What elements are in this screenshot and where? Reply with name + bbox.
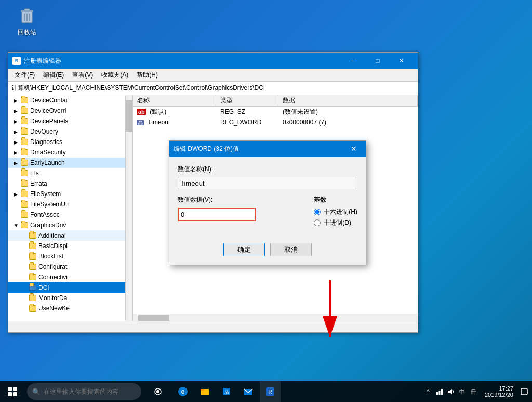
start-button[interactable]: [0, 381, 25, 402]
pinned-edge[interactable]: e: [172, 381, 193, 402]
tray-sound[interactable]: [446, 387, 456, 396]
menu-view[interactable]: 查看(V): [68, 70, 97, 81]
task-view-button[interactable]: [148, 381, 168, 402]
tree-item-deviceoverri[interactable]: ▶ DeviceOverri: [8, 106, 132, 116]
tray-network[interactable]: [435, 387, 444, 396]
tree-item-devquery[interactable]: ▶ DevQuery: [8, 126, 132, 137]
tree-item-filesystem[interactable]: ▶ FileSystem: [8, 189, 132, 199]
svg-rect-2: [24, 9, 30, 11]
search-icon: 🔍: [32, 388, 41, 396]
dialog-body: 数值名称(N): 数值数据(V): 基数 十六进制(H) 十进制(D): [169, 157, 366, 238]
tree-item-devicepanels[interactable]: ▶ DevicePanels: [8, 116, 132, 126]
registry-row-default[interactable]: ab (默认) REG_SZ (数值未设置): [133, 107, 418, 117]
tree-item-devicecontai[interactable]: ▶ DeviceContai: [8, 95, 132, 106]
registry-icon: R: [12, 57, 21, 65]
taskbar-clock[interactable]: 17:27 2019/12/20: [481, 385, 517, 398]
radio-hex[interactable]: [314, 209, 321, 215]
menu-file[interactable]: 文件(F): [10, 70, 39, 81]
tray-ime[interactable]: 中: [458, 387, 467, 396]
tree-item-configurat[interactable]: Configurat: [8, 262, 132, 272]
taskbar-search[interactable]: 🔍: [27, 383, 141, 400]
pinned-explorer[interactable]: [194, 381, 215, 402]
tray-notification[interactable]: [520, 387, 529, 396]
dialog-titlebar: 编辑 DWORD (32 位)值 ✕: [169, 141, 366, 157]
tree-item-errata[interactable]: Errata: [8, 178, 132, 189]
tree-item-monitorda[interactable]: MonitorDa: [8, 293, 132, 303]
folder-icon: [21, 191, 28, 197]
radio-dec-label: 十进制(D): [324, 218, 351, 227]
bottom-scrollbar[interactable]: [133, 314, 418, 321]
tree-scrollbar[interactable]: [125, 95, 132, 321]
dialog-name-input: [178, 177, 357, 189]
menu-help[interactable]: 帮助(H): [132, 70, 162, 81]
folder-icon: [21, 128, 28, 135]
dialog-close-button[interactable]: ✕: [346, 141, 362, 157]
menubar: 文件(F) 编辑(E) 查看(V) 收藏夹(A) 帮助(H): [8, 69, 418, 82]
recycle-bin-icon: [17, 5, 37, 26]
tree-item-diagnostics[interactable]: ▶ Diagnostics: [8, 137, 132, 147]
folder-icon: [29, 295, 36, 301]
column-headers: 名称 类型 数据: [133, 95, 418, 107]
address-bar: 计算机\HKEY_LOCAL_MACHINE\SYSTEM\CurrentCon…: [8, 82, 418, 95]
svg-rect-21: [441, 389, 443, 395]
address-text: 计算机\HKEY_LOCAL_MACHINE\SYSTEM\CurrentCon…: [11, 84, 265, 93]
tree-item-basicdispl[interactable]: BasicDispl: [8, 241, 132, 251]
radio-hex-label: 十六进制(H): [324, 208, 357, 216]
menu-favorites[interactable]: 收藏夹(A): [97, 70, 132, 81]
folder-icon: [21, 149, 28, 155]
tree-item-additional[interactable]: Additional: [8, 230, 132, 241]
tree-item-usenewke[interactable]: UseNewKe: [8, 303, 132, 314]
radio-dec-row[interactable]: 十进制(D): [314, 218, 357, 227]
tree-item-els[interactable]: Els: [8, 168, 132, 178]
scrollbar-thumb[interactable]: [126, 100, 133, 132]
tree-item-fontassoc[interactable]: FontAssoc: [8, 210, 132, 220]
tree-item-dci[interactable]: DCI: [8, 282, 132, 293]
folder-icon: [29, 253, 36, 260]
taskbar: 🔍 e: [0, 381, 532, 402]
svg-marker-22: [448, 389, 452, 394]
desktop-icon-recycle-bin[interactable]: 回收站: [10, 5, 44, 37]
recycle-bin-label: 回收站: [18, 28, 36, 37]
folder-icon: [29, 243, 36, 249]
pinned-registry-app[interactable]: R: [260, 381, 281, 402]
clock-time: 17:27: [499, 385, 513, 392]
radix-label: 基数: [314, 196, 357, 204]
tree-item-blocklist[interactable]: BlockList: [8, 251, 132, 262]
folder-icon: [21, 108, 28, 114]
dialog-cancel-button[interactable]: 取消: [270, 243, 312, 256]
close-button[interactable]: ✕: [390, 53, 414, 69]
folder-icon: [21, 201, 28, 208]
folder-icon: [29, 284, 36, 291]
tree-item-graphicsdriv[interactable]: ▼ GraphicsDriv: [8, 220, 132, 230]
dialog-value-label: 数值数据(V):: [178, 196, 303, 204]
folder-icon: [21, 212, 28, 218]
tray-keyboard[interactable]: 冊: [469, 387, 478, 396]
dialog-buttons: 确定 取消: [169, 238, 366, 265]
dialog-value-section: 数值数据(V):: [178, 196, 303, 221]
taskbar-search-input[interactable]: [44, 388, 136, 395]
tree-item-filesystemutil[interactable]: FileSystemUti: [8, 199, 132, 210]
dialog-ok-button[interactable]: 确定: [223, 243, 265, 256]
col-header-type: 类型: [216, 95, 278, 106]
minimize-button[interactable]: ─: [342, 53, 366, 69]
tray-chevron[interactable]: ^: [423, 387, 433, 396]
h-scrollbar-thumb[interactable]: [138, 315, 169, 321]
tree-item-earlylaunch[interactable]: ▶ EarlyLaunch: [8, 158, 132, 168]
menu-edit[interactable]: 编辑(E): [39, 70, 68, 81]
dialog-name-label: 数值名称(N):: [178, 165, 357, 174]
pinned-store[interactable]: 店: [216, 381, 237, 402]
radio-dec[interactable]: [314, 219, 321, 226]
folder-icon: [21, 97, 28, 103]
edit-dword-dialog: 编辑 DWORD (32 位)值 ✕ 数值名称(N): 数值数据(V): 基数 …: [169, 140, 366, 265]
window-titlebar: R 注册表编辑器 ─ □ ✕: [8, 53, 418, 69]
svg-point-9: [156, 390, 159, 393]
registry-row-timeout[interactable]: 晶 Timeout REG_DWORD 0x00000007 (7): [133, 117, 418, 127]
dialog-title: 编辑 DWORD (32 位)值: [174, 145, 346, 153]
dialog-value-input[interactable]: [178, 208, 256, 221]
tree-item-dmasecurity[interactable]: ▶ DmaSecurity: [8, 147, 132, 158]
radio-hex-row[interactable]: 十六进制(H): [314, 208, 357, 216]
maximize-button[interactable]: □: [366, 53, 390, 69]
pinned-mail[interactable]: [238, 381, 259, 402]
tree-item-connectivi[interactable]: Connectivi: [8, 272, 132, 282]
dialog-value-row: 数值数据(V): 基数 十六进制(H) 十进制(D): [178, 196, 357, 229]
